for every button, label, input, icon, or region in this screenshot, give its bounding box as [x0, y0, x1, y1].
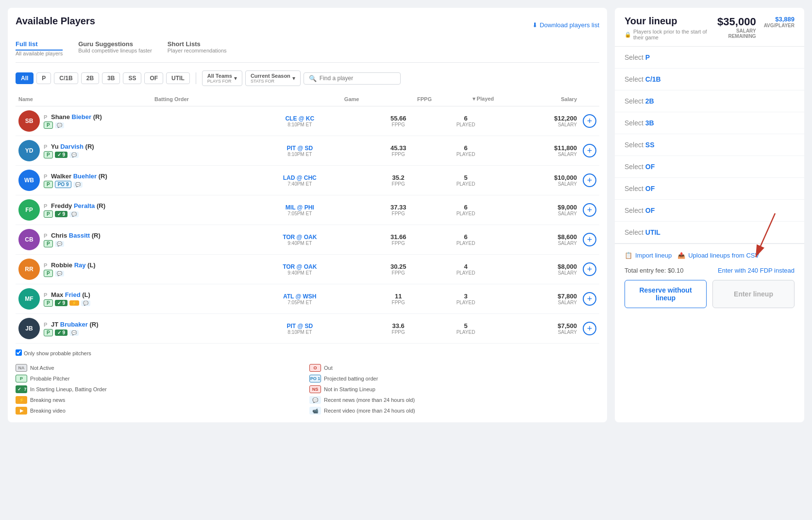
played-cell: 3 PLAYED [438, 293, 494, 305]
slot-label: Select 3B [625, 119, 654, 127]
table-row: BS P Brady Singer (R) P💬 CLE @ KC 8:10PM… [16, 344, 599, 345]
played-cell: 6 PLAYED [438, 233, 494, 246]
game-matchup: CLE @ KC [240, 115, 359, 122]
salary-cell: $8,600 SALARY [500, 233, 577, 246]
played-value: 3 [438, 293, 494, 300]
pos-btn-c1b[interactable]: C/1B [54, 72, 78, 84]
game-time: 9:40PM ET [240, 241, 359, 246]
lineup-slot-of-5[interactable]: Select OF [615, 156, 804, 178]
pos-btn-3b[interactable]: 3B [102, 72, 120, 84]
game-cell: PIT @ SD 8:10PM ET [240, 145, 359, 157]
player-info: P Robbie Ray (L) P💬 [44, 261, 96, 277]
upload-lineup-button[interactable]: 📤 Upload lineups from CSV [677, 252, 759, 259]
pos-btn-util[interactable]: UTIL [166, 72, 190, 84]
slot-label: Select P [625, 53, 650, 61]
fdp-link[interactable]: Enter with 240 FDP instead [718, 267, 795, 274]
pos-btn-all[interactable]: All [16, 72, 34, 84]
lineup-slot-p-0[interactable]: Select P [615, 47, 804, 69]
add-player-button[interactable]: + [583, 233, 596, 246]
add-player-button[interactable]: + [583, 262, 596, 276]
badge-p: P [44, 270, 53, 277]
pos-btn-p[interactable]: P [36, 72, 51, 84]
game-time: 9:40PM ET [240, 270, 359, 276]
add-player-button[interactable]: + [583, 114, 596, 128]
players-table: Name Batting Order Game FPPG ▾ Played Sa… [16, 92, 599, 345]
season-filter[interactable]: Current Season STATS FOR ▾ [245, 70, 301, 86]
lock-icon: 🔒 [625, 32, 631, 38]
badge-p: P [44, 210, 53, 218]
fppg-value: 31.66 [365, 233, 432, 241]
right-panel: Your lineup 🔒 Players lock prior to the … [615, 8, 804, 422]
download-icon: ⬇ [532, 21, 538, 29]
badge-check: ✓ 9 [55, 211, 68, 217]
search-input[interactable] [320, 75, 395, 82]
lineup-actions: 📋 Import lineup 📤 Upload lineups from CS… [615, 244, 804, 267]
player-badges: P✓ 9💬 [44, 151, 94, 158]
lineup-slot-3b-3[interactable]: Select 3B [615, 112, 804, 134]
tab-short-lists[interactable]: Short Lists Player recommendations [168, 40, 227, 56]
team-filter[interactable]: All Teams PLAYS FOR ▾ [202, 70, 242, 86]
lineup-slot-of-6[interactable]: Select OF [615, 178, 804, 200]
probable-pitchers-label[interactable]: Only show probable pitchers [24, 350, 91, 356]
search-box[interactable]: 🔍 [304, 72, 401, 85]
pos-btn-2b[interactable]: 2B [81, 72, 99, 84]
probable-pitchers-checkbox[interactable] [16, 349, 22, 356]
table-row: CB P Chris Bassitt (R) P💬 TOR @ OAK 9:40… [16, 225, 599, 255]
badge-chat: 💬 [55, 271, 64, 277]
played-value: 4 [438, 263, 494, 270]
played-value: 6 [438, 233, 494, 241]
add-player-button[interactable]: + [583, 322, 596, 335]
pos-btn-of[interactable]: OF [144, 72, 163, 84]
legend: NA Not Active P Probable Pitcher ✓7 In S… [16, 364, 599, 415]
download-link[interactable]: ⬇ Download players list [532, 21, 599, 29]
legend-batting-order: ✓7 In Starting Lineup, Batting Order [16, 385, 305, 393]
game-cell: TOR @ OAK 9:40PM ET [240, 263, 359, 276]
pos-btn-ss[interactable]: SS [123, 72, 141, 84]
badge-po: PO 9 [55, 181, 72, 188]
salary-value: $8,000 [500, 263, 577, 270]
tab-guru[interactable]: Guru Suggestions Build competitive lineu… [78, 40, 152, 56]
lineup-slot-c/1b-1[interactable]: Select C/1B [615, 69, 804, 90]
badge-p: P [44, 240, 53, 247]
reserve-button[interactable]: Reserve without lineup [625, 280, 707, 308]
lineup-slot-ss-4[interactable]: Select SS [615, 134, 804, 156]
import-lineup-button[interactable]: 📋 Import lineup [625, 252, 672, 259]
player-cell: CB P Chris Bassitt (R) P💬 [18, 229, 149, 250]
right-header: Your lineup 🔒 Players lock prior to the … [615, 8, 804, 47]
player-info: P Yu Darvish (R) P✓ 9💬 [44, 143, 94, 158]
table-row: RR P Robbie Ray (L) P💬 TOR @ OAK 9:40PM … [16, 255, 599, 284]
badge-p: P [44, 151, 53, 158]
legend-not-active: NA Not Active [16, 364, 305, 372]
salary-value: $8,600 [500, 233, 577, 241]
legend-breaking-news: ⚡ Breaking news [16, 396, 305, 404]
slot-label: Select OF [625, 163, 655, 171]
player-badges: P💬 [44, 270, 96, 277]
fppg-cell: 31.66 FPPG [365, 233, 432, 246]
legend-out: O Out [309, 364, 599, 372]
add-player-button[interactable]: + [583, 173, 596, 187]
player-name: P Yu Darvish (R) [44, 143, 94, 150]
avatar: YD [18, 140, 40, 161]
game-cell: MIL @ PHI 7:05PM ET [240, 204, 359, 216]
lineup-slot-of-7[interactable]: Select OF [615, 200, 804, 222]
fppg-value: 33.6 [365, 322, 432, 329]
game-matchup: LAD @ CHC [240, 174, 359, 181]
badge-chat: 💬 [81, 300, 90, 306]
player-cell: MF P Max Fried (L) P✓ 9⚡💬 [18, 288, 149, 310]
lineup-slot-2b-2[interactable]: Select 2B [615, 90, 804, 112]
lineup-slot-util-8[interactable]: Select UTIL [615, 222, 804, 243]
played-cell: 5 PLAYED [438, 174, 494, 187]
fppg-cell: 35.2 FPPG [365, 174, 432, 187]
player-name: P Chris Bassitt (R) [44, 232, 101, 239]
salary-cell: $7,500 SALARY [500, 322, 577, 335]
badge-p: P [44, 181, 53, 188]
add-player-button[interactable]: + [583, 144, 596, 157]
import-icon: 📋 [625, 252, 632, 259]
add-player-button[interactable]: + [583, 203, 596, 217]
player-info: P Walker Buehler (R) PPO 9💬 [44, 173, 107, 188]
badge-p: P [44, 299, 53, 307]
badge-chat: 💬 [69, 152, 79, 158]
tab-full-list[interactable]: Full list All available players [16, 40, 63, 56]
salary-cell: $7,800 SALARY [500, 293, 577, 305]
add-player-button[interactable]: + [583, 292, 596, 306]
